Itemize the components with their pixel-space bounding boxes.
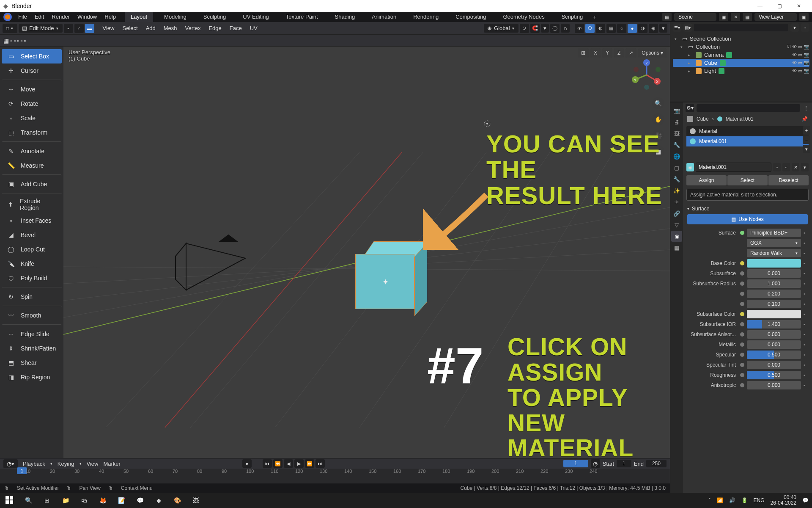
app-blender-icon[interactable]: ◆ (152, 494, 165, 507)
start-button[interactable] (3, 494, 16, 507)
material-new-icon[interactable]: ▫ (782, 163, 790, 171)
prop-menu-icon[interactable]: • (804, 373, 808, 378)
tab-world-icon[interactable]: 🌐 (671, 151, 682, 162)
outliner-collection[interactable]: ▾▭ Collection ☑👁▭📷 (673, 43, 809, 51)
prop-menu-icon[interactable]: • (804, 363, 808, 367)
jump-end-button[interactable]: ⏭ (315, 459, 325, 468)
tab-material-icon[interactable]: ◉ (671, 231, 682, 242)
proportional-dropdown[interactable]: ∩ (561, 24, 570, 33)
link-dot-icon[interactable] (740, 261, 744, 265)
deselect-button[interactable]: Deselect (768, 175, 809, 185)
properties-search[interactable] (697, 104, 800, 112)
tl-menu-marker[interactable]: Marker (103, 461, 120, 467)
viewport-3d[interactable]: User Perspective (1) Cube ⊞ X Y Z ↗ Opti… (63, 47, 670, 458)
value-slider[interactable]: 0.000 (747, 340, 801, 349)
outliner-display-dropdown[interactable]: ▤▾ (683, 23, 692, 32)
tab-physics-icon[interactable]: ⚛ (671, 196, 682, 207)
tool-cursor[interactable]: ✛Cursor (2, 64, 62, 78)
zoom-icon[interactable]: 🔍 (652, 97, 664, 109)
app-explorer-icon[interactable]: 📁 (59, 494, 72, 507)
workspace-tab-uv-editing[interactable]: UV Editing (237, 12, 274, 22)
material-nodetree-icon[interactable]: ▾ (801, 163, 809, 171)
app-store-icon[interactable]: 🛍 (78, 494, 91, 507)
menu-edit[interactable]: Edit (31, 12, 48, 22)
start-frame[interactable]: 1 (617, 460, 631, 467)
menu-render[interactable]: Render (48, 12, 74, 22)
app-chat-icon[interactable]: 💬 (134, 494, 146, 507)
value-slider[interactable]: 0.200 (747, 290, 801, 298)
workspace-tab-layout[interactable]: Layout (125, 12, 153, 22)
viewport-menu-select[interactable]: Select (119, 25, 141, 31)
menu-help[interactable]: Help (101, 12, 120, 22)
mesh-overlay-button[interactable]: ⊞ (578, 48, 589, 58)
orientation-dropdown[interactable]: ⊕Global▾ (484, 24, 518, 33)
workspace-tab-animation[interactable]: Animation (366, 12, 402, 22)
viewport-menu-view[interactable]: View (99, 25, 118, 31)
menu-window[interactable]: Window (74, 12, 101, 22)
face-select-icon[interactable]: ▬ (85, 24, 94, 33)
tab-scene-icon[interactable]: 🔧 (671, 139, 682, 150)
workspace-tab-rendering[interactable]: Rendering (407, 12, 444, 22)
tl-menu-playback[interactable]: Playback (23, 461, 45, 467)
workspace-tab-texture-paint[interactable]: Texture Paint (280, 12, 324, 22)
tool-extrude-region[interactable]: ⬆Extrude Region (2, 193, 62, 213)
color-field[interactable] (747, 259, 801, 268)
timeline-ruler[interactable]: 1 10203040506070809010011012013014015016… (0, 469, 670, 483)
play-button[interactable]: ▶ (294, 459, 304, 468)
workspace-tab-geometry-nodes[interactable]: Geometry Nodes (497, 12, 550, 22)
material-slot-menu-button[interactable]: ▾ (803, 145, 810, 153)
tool-rotate[interactable]: ⟳Rotate (2, 97, 62, 111)
link-dot-icon[interactable] (740, 292, 744, 296)
tray-language[interactable]: ENG (754, 497, 765, 503)
tool-annotate[interactable]: ✎Annotate (2, 141, 62, 158)
viewport-menu-mesh[interactable]: Mesh (160, 25, 181, 31)
viewport-menu-face[interactable]: Face (226, 25, 245, 31)
workspace-tab-sculpting[interactable]: Sculpting (198, 12, 232, 22)
mesh-opt1-icon[interactable]: ▫ (10, 37, 12, 44)
outliner-new-collection-icon[interactable]: ▫ (801, 23, 809, 32)
value-slider[interactable]: 1.000 (747, 279, 801, 288)
tab-modifier-icon[interactable]: 🔧 (671, 174, 682, 185)
properties-options-icon[interactable]: ⋮ (803, 105, 809, 111)
shading-wire-icon[interactable]: ○ (617, 24, 626, 33)
shading-solid-icon[interactable]: ● (628, 24, 637, 33)
tool-bevel[interactable]: ◢Bevel (2, 228, 62, 242)
material-users-icon[interactable]: ▫ (773, 163, 781, 171)
link-dot-icon[interactable] (740, 302, 744, 306)
tab-particle-icon[interactable]: ✨ (671, 185, 682, 196)
tl-menu-view[interactable]: View (87, 461, 99, 467)
link-dot-icon[interactable] (740, 282, 744, 286)
workspace-tab-modeling[interactable]: Modeling (158, 12, 192, 22)
shading-matprev-icon[interactable]: ◑ (638, 24, 647, 33)
outliner-item-cube[interactable]: ▸Cube👁▭📷 (673, 59, 809, 67)
maximize-button[interactable]: ▢ (770, 3, 789, 9)
outliner-filter-icon[interactable]: ▼ (790, 23, 799, 32)
tool-shrink-fatten[interactable]: ⇕Shrink/Fatten (2, 341, 62, 356)
link-dot-icon[interactable] (740, 383, 744, 387)
mesh-opt2-icon[interactable]: ▫ (14, 37, 16, 44)
app-firefox-icon[interactable]: 🦊 (96, 494, 109, 507)
tool-scale[interactable]: ▫Scale (2, 111, 62, 125)
scene-del-icon[interactable]: ✕ (731, 13, 740, 21)
sss-method-dropdown[interactable]: Random Walk▾ (747, 249, 801, 257)
snap-dropdown[interactable]: ▾ (541, 24, 549, 33)
link-dot-icon[interactable] (740, 322, 744, 326)
menu-file[interactable]: File (14, 12, 31, 22)
normals-button[interactable]: ↗ (625, 48, 636, 58)
current-frame[interactable]: 1 (563, 460, 588, 467)
shading-options-dropdown[interactable]: ▾ (659, 24, 667, 33)
remove-material-slot-button[interactable]: − (803, 135, 810, 144)
tool-add-cube[interactable]: ▣Add Cube (2, 174, 62, 191)
properties-editor-dropdown[interactable]: ⚙▾ (686, 104, 694, 112)
link-dot-icon[interactable] (740, 271, 744, 276)
preview-range-toggle[interactable]: ◔ (591, 459, 600, 468)
prop-menu-icon[interactable]: • (804, 312, 808, 317)
shading-render-icon[interactable]: ◉ (649, 24, 658, 33)
tool-poly-build[interactable]: ⬡Poly Build (2, 271, 62, 285)
viewport-menu-vertex[interactable]: Vertex (182, 25, 204, 31)
axis-z-button[interactable]: Z (614, 48, 624, 58)
viewport-menu-edge[interactable]: Edge (205, 25, 225, 31)
keyframe-next-button[interactable]: ⏩ (305, 459, 314, 468)
material-slot-material-001[interactable]: Material.001 (686, 136, 809, 146)
tray-chevron-icon[interactable]: ˄ (708, 497, 711, 503)
